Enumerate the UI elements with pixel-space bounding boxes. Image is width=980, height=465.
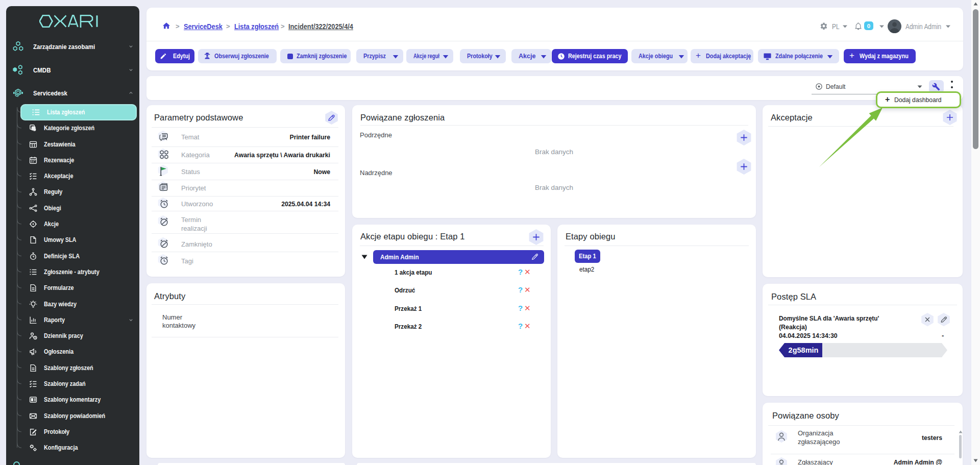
svg-text:2g58min: 2g58min	[789, 346, 819, 354]
